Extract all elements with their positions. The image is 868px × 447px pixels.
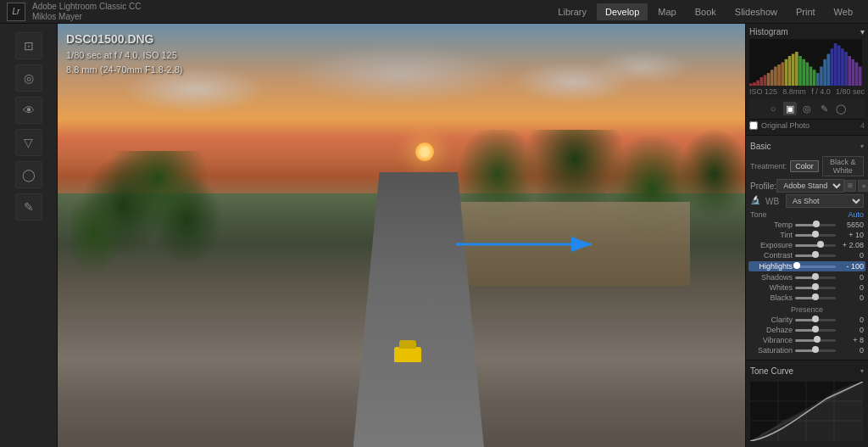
basic-section-title[interactable]: Basic ▾ (750, 139, 864, 154)
exposure-slider-thumb[interactable] (817, 241, 824, 248)
highlights-slider-thumb[interactable] (793, 262, 800, 269)
tone-curve-section: Tone Curve ▾ (746, 360, 868, 444)
svg-rect-7 (771, 70, 774, 86)
highlights-slider-track[interactable] (795, 265, 836, 268)
exposure-slider-track[interactable] (795, 244, 836, 247)
treatment-row: Treatment: Color Black & White (750, 156, 864, 176)
svg-rect-1 (749, 84, 753, 87)
whites-slider-row: Whites 0 (750, 283, 864, 292)
profile-select[interactable]: Adobe Standard (776, 179, 844, 193)
svg-rect-24 (831, 48, 834, 86)
svg-rect-9 (777, 64, 781, 86)
histogram-menu-icon[interactable]: ▾ (860, 27, 865, 36)
blue-arrow-annotation (456, 227, 600, 261)
blacks-slider-row: Blacks 0 (750, 293, 864, 302)
svg-rect-26 (837, 46, 841, 87)
tone-curve-title[interactable]: Tone Curve ▾ (750, 364, 864, 378)
svg-rect-23 (826, 54, 830, 87)
profile-grid-icon[interactable]: ⊞ (844, 180, 856, 192)
sun-element (415, 142, 434, 161)
svg-rect-16 (802, 59, 805, 86)
temp-slider-thumb[interactable] (813, 221, 820, 227)
profile-list-icon[interactable]: ≡ (858, 180, 868, 192)
svg-rect-12 (788, 56, 792, 86)
clarity-slider-track[interactable] (795, 319, 836, 321)
blacks-slider-thumb[interactable] (812, 293, 819, 300)
original-photo-value: 4 (860, 121, 865, 130)
radial-filter-icon[interactable]: ◯ (15, 161, 42, 188)
histogram-tool-circle-icon[interactable]: ○ (766, 102, 780, 115)
svg-rect-14 (795, 52, 798, 86)
clarity-slider-row: Clarity 0 (750, 316, 864, 324)
svg-rect-28 (844, 52, 848, 86)
vibrance-slider-thumb[interactable] (814, 336, 821, 343)
photo-lens: 8.8 mm (24-70mm F1.8-2.8) (66, 63, 183, 77)
tone-curve-arrow: ▾ (860, 367, 864, 375)
tone-row: Tone Auto (750, 210, 864, 219)
main-layout: ⊡ ◎ 👁 ▽ ◯ ✎ (0, 24, 868, 447)
svg-rect-19 (813, 70, 816, 86)
spot-removal-icon[interactable]: ◎ (15, 64, 42, 92)
profile-icon-group: ⊞ ≡ (844, 180, 868, 192)
original-photo-checkbox[interactable] (749, 121, 758, 130)
wb-select[interactable]: As Shot (786, 194, 864, 208)
basic-section: Basic ▾ Treatment: Color Black & White P… (746, 136, 868, 360)
eyedropper-icon[interactable]: 🔬 (750, 195, 762, 207)
vibrance-slider-track[interactable] (795, 339, 836, 342)
svg-rect-32 (859, 67, 862, 87)
svg-rect-11 (785, 59, 788, 86)
histogram-tool-rect-icon[interactable]: ▣ (783, 102, 797, 115)
red-eye-icon[interactable]: 👁 (15, 97, 42, 124)
svg-rect-13 (792, 54, 795, 87)
svg-rect-25 (834, 43, 837, 86)
svg-rect-20 (816, 73, 820, 86)
temp-slider-track[interactable] (795, 224, 836, 226)
tint-slider-track[interactable] (795, 234, 836, 237)
dehaze-slider-thumb[interactable] (812, 326, 819, 332)
whites-slider-thumb[interactable] (812, 283, 819, 290)
adjustment-brush-icon[interactable]: ✎ (15, 193, 42, 221)
shadows-slider-track[interactable] (795, 277, 836, 279)
svg-rect-2 (753, 82, 756, 86)
tab-develop[interactable]: Develop (597, 3, 648, 20)
saturation-slider-track[interactable] (795, 349, 836, 352)
original-photo-row: Original Photo 4 (749, 120, 865, 131)
shadows-slider-thumb[interactable] (812, 273, 819, 280)
contrast-slider-track[interactable] (795, 254, 836, 257)
auto-tone-button[interactable]: Auto (848, 210, 864, 219)
tab-slideshow[interactable]: Slideshow (726, 3, 786, 20)
tab-map[interactable]: Map (649, 3, 684, 20)
tab-print[interactable]: Print (787, 3, 824, 20)
tint-slider-thumb[interactable] (812, 231, 819, 237)
right-panel: Histogram ▾ ISO 125 8.8mm f / 4.0 1/80 s… (745, 24, 868, 447)
histogram-tool-eye-icon[interactable]: ◯ (834, 102, 848, 115)
blacks-slider-track[interactable] (795, 297, 836, 299)
svg-rect-15 (798, 56, 802, 86)
vibrance-slider-row: Vibrance + 8 (750, 336, 864, 344)
photo-canvas (58, 24, 745, 447)
svg-rect-4 (760, 77, 763, 86)
svg-rect-6 (767, 73, 771, 86)
tone-curve-graph[interactable] (750, 382, 863, 441)
histogram-stats: ISO 125 8.8mm f / 4.0 1/80 sec (749, 87, 865, 96)
clarity-slider-thumb[interactable] (812, 316, 819, 322)
tab-book[interactable]: Book (687, 3, 725, 20)
tab-library[interactable]: Library (549, 3, 595, 20)
tone-curve-svg (750, 382, 863, 441)
trees-left-layer (71, 151, 360, 426)
crop-tool-icon[interactable]: ⊡ (15, 32, 42, 59)
bw-treatment-button[interactable]: Black & White (822, 156, 864, 176)
svg-rect-10 (781, 63, 784, 87)
histogram-tool-target-icon[interactable]: ◎ (800, 102, 814, 115)
contrast-slider-thumb[interactable] (812, 251, 819, 258)
gradient-filter-icon[interactable]: ▽ (15, 129, 42, 156)
exposure-slider-row: Exposure + 2.08 (750, 241, 864, 249)
tab-web[interactable]: Web (826, 3, 861, 20)
histogram-tool-brush-icon[interactable]: ✎ (817, 102, 831, 115)
saturation-slider-thumb[interactable] (812, 346, 819, 353)
color-treatment-button[interactable]: Color (790, 160, 819, 172)
dehaze-slider-track[interactable] (795, 329, 836, 332)
svg-rect-22 (823, 59, 826, 86)
app-title: Adobe Lightroom Classic CC Miklos Mayer (32, 2, 141, 22)
whites-slider-track[interactable] (795, 287, 836, 289)
